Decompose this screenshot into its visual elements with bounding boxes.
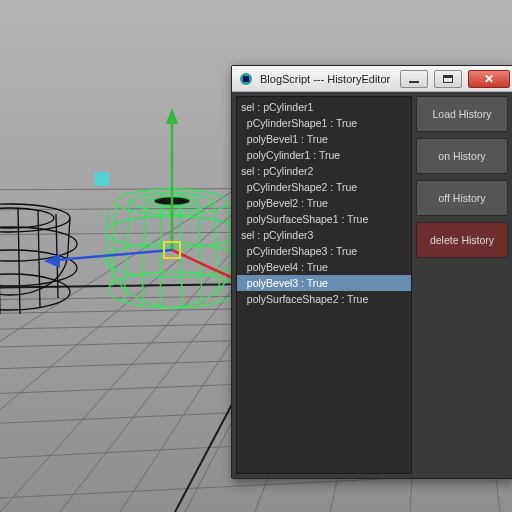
maximize-icon	[443, 75, 453, 83]
close-icon: ✕	[484, 73, 494, 85]
load-history-button[interactable]: Load History	[416, 96, 508, 132]
history-row[interactable]: pCylinderShape3 : True	[237, 243, 411, 259]
history-row[interactable]: polyCylinder1 : True	[237, 147, 411, 163]
minimize-button[interactable]	[400, 70, 428, 88]
off-history-button[interactable]: off History	[416, 180, 508, 216]
history-row[interactable]: polySurfaceShape1 : True	[237, 211, 411, 227]
history-list[interactable]: sel : pCylinder1 pCylinderShape1 : True …	[236, 96, 412, 474]
history-row[interactable]: polyBevel4 : True	[237, 259, 411, 275]
side-buttons: Load History on History off History dele…	[416, 96, 508, 474]
app-icon	[238, 71, 254, 87]
history-row[interactable]: polyBevel1 : True	[237, 131, 411, 147]
history-row[interactable]: sel : pCylinder2	[237, 163, 411, 179]
svg-rect-60	[243, 76, 249, 82]
history-row[interactable]: pCylinderShape2 : True	[237, 179, 411, 195]
dialog-body: sel : pCylinder1 pCylinderShape1 : True …	[232, 92, 512, 478]
history-row[interactable]: polyBevel3 : True	[237, 275, 411, 291]
history-row[interactable]: sel : pCylinder3	[237, 227, 411, 243]
history-row[interactable]: polyBevel2 : True	[237, 195, 411, 211]
titlebar[interactable]: BlogScript --- HistoryEditor ✕	[232, 66, 512, 92]
close-button[interactable]: ✕	[468, 70, 510, 88]
svg-line-43	[112, 204, 116, 286]
svg-line-44	[124, 198, 130, 300]
window-title: BlogScript --- HistoryEditor	[260, 73, 394, 85]
minimize-icon	[409, 81, 419, 83]
history-editor-window[interactable]: BlogScript --- HistoryEditor ✕ sel : pCy…	[231, 65, 512, 479]
maximize-button[interactable]	[434, 70, 462, 88]
svg-rect-25	[95, 172, 109, 186]
history-row[interactable]: polySurfaceShape2 : True	[237, 291, 411, 307]
history-row[interactable]: sel : pCylinder1	[237, 99, 411, 115]
svg-marker-53	[166, 108, 178, 124]
history-row[interactable]: pCylinderShape1 : True	[237, 115, 411, 131]
delete-history-button[interactable]: delete History	[416, 222, 508, 258]
on-history-button[interactable]: on History	[416, 138, 508, 174]
